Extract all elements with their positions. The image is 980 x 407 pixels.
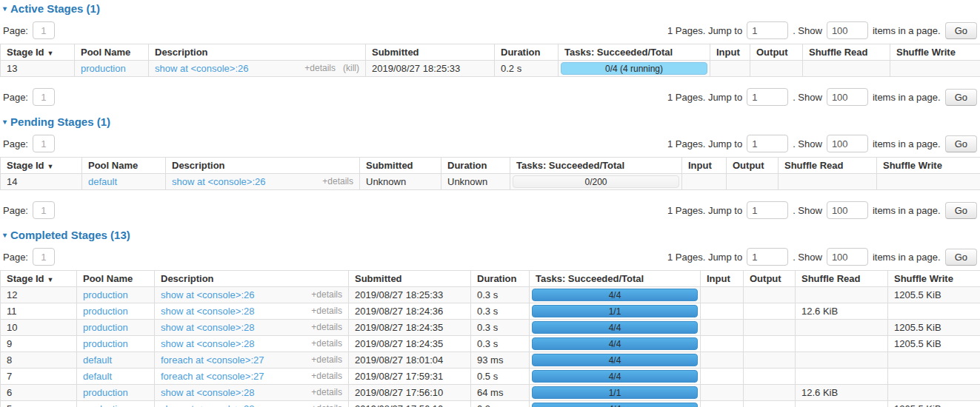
column-header-stage-id[interactable]: Stage Id▼: [1, 44, 75, 61]
column-header-stage-id[interactable]: Stage Id▼: [1, 158, 82, 174]
pool-name-link[interactable]: production: [81, 63, 126, 74]
shuffle-read-cell: 12.6 KiB: [796, 385, 888, 401]
completed-stages-heading[interactable]: ▾Completed Stages (13): [3, 229, 130, 241]
submitted-cell: Unknown: [360, 174, 441, 190]
jump-to-input[interactable]: [747, 88, 788, 106]
tasks-cell: 1/1: [530, 303, 701, 320]
column-header-description[interactable]: Description: [166, 158, 360, 174]
show-items-input[interactable]: [827, 21, 868, 39]
stage-description-link[interactable]: foreach at <console>:27: [161, 371, 264, 382]
collapse-arrow-icon: ▾: [3, 5, 7, 13]
details-toggle-link[interactable]: +details: [311, 289, 342, 300]
go-button[interactable]: Go: [945, 135, 977, 152]
page-input[interactable]: [33, 201, 55, 219]
jump-to-input[interactable]: [747, 201, 788, 219]
pool-name-link[interactable]: production: [83, 289, 128, 300]
go-button[interactable]: Go: [945, 22, 977, 39]
stage-description-link[interactable]: show at <console>:26: [161, 289, 254, 300]
details-toggle-link[interactable]: +details: [311, 306, 342, 316]
column-header-description[interactable]: Description: [149, 44, 366, 61]
pool-name-link[interactable]: default: [83, 371, 112, 382]
stage-description-link[interactable]: show at <console>:28: [161, 387, 254, 398]
column-header-input[interactable]: Input: [682, 158, 727, 174]
column-header-stage-id[interactable]: Stage Id▼: [1, 271, 77, 287]
details-toggle-link[interactable]: +details: [311, 338, 342, 349]
shuffle-read-cell: [796, 287, 888, 303]
shuffle-write-cell: 1205.5 KiB: [888, 336, 980, 352]
active-stages-heading[interactable]: ▾Active Stages (1): [3, 2, 100, 15]
show-items-input[interactable]: [827, 135, 868, 152]
column-header-submitted[interactable]: Submitted: [366, 44, 495, 61]
description-cell: +detailsforeach at <console>:27: [155, 369, 349, 385]
details-toggle-link[interactable]: +details: [311, 322, 342, 332]
column-header-shuffle-read[interactable]: Shuffle Read: [796, 271, 888, 287]
column-header-shuffle-write[interactable]: Shuffle Write: [877, 158, 980, 174]
shuffle-read-cell: [779, 174, 877, 190]
details-toggle-link[interactable]: +details: [311, 354, 342, 365]
column-header-tasks-succeeded-total[interactable]: Tasks: Succeeded/Total: [510, 158, 682, 174]
pending-stages-heading[interactable]: ▾Pending Stages (1): [3, 115, 110, 128]
column-header-shuffle-write[interactable]: Shuffle Write: [888, 271, 980, 287]
kill-stage-link[interactable]: (kill): [343, 63, 359, 73]
pool-name-link[interactable]: production: [83, 403, 128, 407]
stage-description-link[interactable]: show at <console>:28: [161, 322, 254, 333]
details-toggle-link[interactable]: +details: [311, 371, 342, 381]
page-input[interactable]: [33, 135, 55, 152]
column-header-tasks-succeeded-total[interactable]: Tasks: Succeeded/Total: [559, 44, 710, 61]
pool-name-link[interactable]: production: [83, 322, 128, 333]
pool-name-link[interactable]: production: [83, 338, 128, 349]
page-input[interactable]: [33, 21, 55, 39]
tasks-progress-bar: 4/4: [532, 370, 698, 383]
stage-description-link[interactable]: show at <console>:28: [161, 338, 254, 349]
column-header-output[interactable]: Output: [744, 271, 796, 287]
column-header-submitted[interactable]: Submitted: [360, 158, 441, 174]
stage-description-link[interactable]: show at <console>:28: [161, 403, 254, 407]
tasks-progress-bar: 0/4 (4 running): [561, 62, 707, 75]
go-button[interactable]: Go: [945, 202, 977, 219]
pool-name-link[interactable]: default: [83, 354, 112, 366]
column-header-duration[interactable]: Duration: [495, 44, 559, 61]
show-items-input[interactable]: [827, 88, 868, 106]
tasks-progress-bar: 4/4: [532, 289, 698, 301]
stage-description-link[interactable]: foreach at <console>:27: [161, 354, 264, 366]
column-header-pool-name[interactable]: Pool Name: [82, 158, 166, 174]
show-items-input[interactable]: [827, 248, 868, 266]
column-header-pool-name[interactable]: Pool Name: [77, 271, 155, 287]
column-header-duration[interactable]: Duration: [441, 158, 510, 174]
page-control: Page:: [3, 248, 55, 266]
column-header-tasks-succeeded-total[interactable]: Tasks: Succeeded/Total: [530, 271, 701, 287]
column-header-input[interactable]: Input: [710, 44, 750, 61]
go-button[interactable]: Go: [945, 249, 977, 266]
go-button[interactable]: Go: [945, 89, 977, 106]
column-header-duration[interactable]: Duration: [471, 271, 530, 287]
column-header-output[interactable]: Output: [750, 44, 803, 61]
details-toggle-link[interactable]: +details: [311, 403, 342, 407]
duration-cell: 0.3 s: [471, 320, 530, 336]
output-cell: [727, 174, 779, 190]
tasks-progress-bar: 4/4: [532, 321, 698, 334]
pool-name-link[interactable]: production: [83, 306, 128, 317]
column-header-output[interactable]: Output: [727, 158, 779, 174]
column-header-description[interactable]: Description: [155, 271, 349, 287]
column-header-shuffle-write[interactable]: Shuffle Write: [890, 44, 980, 61]
stage-description-link[interactable]: show at <console>:26: [172, 176, 265, 187]
details-toggle-link[interactable]: +details: [322, 176, 353, 186]
details-toggle-link[interactable]: +details: [304, 63, 336, 73]
stage-description-link[interactable]: show at <console>:28: [161, 306, 254, 317]
jump-controls: 1 Pages. Jump to. Showitems in a page.Go: [667, 135, 977, 152]
pool-name-link[interactable]: default: [88, 176, 117, 187]
jump-to-input[interactable]: [747, 248, 788, 266]
jump-to-input[interactable]: [747, 135, 788, 152]
column-header-input[interactable]: Input: [701, 271, 744, 287]
page-input[interactable]: [33, 88, 55, 106]
stage-description-link[interactable]: show at <console>:26: [155, 63, 248, 74]
column-header-pool-name[interactable]: Pool Name: [75, 44, 149, 61]
jump-to-input[interactable]: [747, 21, 788, 39]
details-toggle-link[interactable]: +details: [311, 387, 342, 397]
column-header-shuffle-read[interactable]: Shuffle Read: [803, 44, 890, 61]
column-header-shuffle-read[interactable]: Shuffle Read: [779, 158, 877, 174]
column-header-submitted[interactable]: Submitted: [349, 271, 471, 287]
page-input[interactable]: [33, 248, 55, 266]
show-items-input[interactable]: [827, 201, 868, 219]
pool-name-link[interactable]: production: [83, 387, 128, 398]
